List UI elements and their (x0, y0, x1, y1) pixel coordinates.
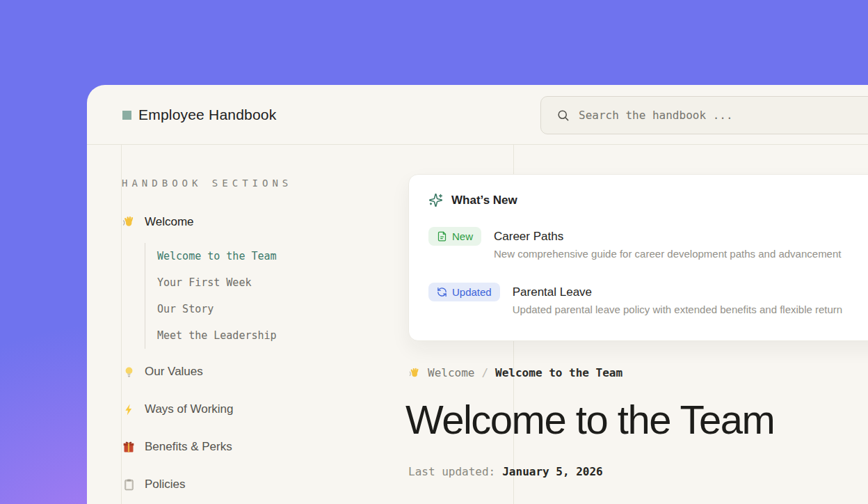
sidebar-item-policies[interactable]: Policies (122, 476, 386, 493)
last-updated-label: Last updated: (408, 465, 495, 478)
sidebar-subitem-welcome-to-the-team[interactable]: Welcome to the Team (157, 243, 386, 269)
updated-badge: Updated (428, 283, 500, 301)
badge-label: New (452, 230, 473, 242)
wave-icon (408, 367, 421, 379)
news-item-title: Parental Leave (513, 283, 842, 301)
sidebar-item-benefits-perks[interactable]: Benefits & Perks (122, 439, 386, 455)
search-icon (556, 109, 570, 122)
sidebar-item-ways-of-working[interactable]: Ways of Working (122, 401, 386, 418)
whats-new-list: New Career Paths New comprehensive guide… (428, 227, 868, 315)
sidebar-nav: Welcome Welcome to the Team Your First W… (122, 214, 386, 493)
sidebar-sublist-welcome: Welcome to the Team Your First Week Our … (145, 243, 386, 349)
breadcrumb: Welcome / Welcome to the Team (408, 366, 622, 379)
news-item-description: New comprehensive guide for career devel… (494, 248, 841, 260)
lightning-icon (122, 402, 136, 416)
sidebar-item-label: Our Values (145, 365, 203, 379)
sidebar-item-welcome[interactable]: Welcome (122, 214, 386, 230)
breadcrumb-section[interactable]: Welcome (428, 366, 474, 379)
news-item-description: Updated parental leave policy with exten… (513, 304, 842, 315)
breadcrumb-page: Welcome to the Team (495, 366, 622, 379)
file-text-icon (437, 231, 447, 242)
sidebar-section-label: HANDBOOK SECTIONS (122, 178, 386, 189)
whats-new-header: What’s New (428, 193, 868, 207)
refresh-icon (437, 287, 447, 297)
news-item-title: Career Paths (494, 227, 841, 246)
sidebar-subitem-your-first-week[interactable]: Your First Week (157, 269, 386, 296)
app-header: Employee Handbook (87, 85, 868, 145)
sidebar-subitem-meet-the-leadership[interactable]: Meet the Leadership (157, 322, 386, 349)
sparkles-icon (428, 193, 443, 207)
sidebar-item-our-values[interactable]: Our Values (122, 363, 386, 380)
news-row-career-paths[interactable]: New Career Paths New comprehensive guide… (428, 227, 868, 260)
news-text: Parental Leave Updated parental leave po… (513, 283, 842, 315)
badge-label: Updated (452, 286, 492, 298)
lightbulb-icon (122, 365, 136, 379)
last-updated-value: January 5, 2026 (502, 465, 603, 478)
news-row-parental-leave[interactable]: Updated Parental Leave Updated parental … (428, 283, 868, 315)
new-badge: New (428, 227, 481, 246)
whats-new-title: What’s New (451, 194, 517, 207)
handbook-window: Employee Handbook HANDBOOK SECTIONS (87, 85, 868, 504)
app-title: Employee Handbook (138, 107, 276, 123)
search-input[interactable] (579, 109, 868, 122)
brand-square-icon (122, 111, 131, 120)
sidebar-subitem-our-story[interactable]: Our Story (157, 296, 386, 322)
last-updated: Last updated: January 5, 2026 (408, 465, 603, 478)
clipboard-icon (122, 478, 136, 491)
sidebar: HANDBOOK SECTIONS Welcome (122, 145, 386, 493)
sidebar-item-label: Ways of Working (145, 402, 234, 416)
sidebar-item-label: Benefits & Perks (145, 440, 232, 454)
whats-new-panel: What’s New New Career Paths New comprehe… (408, 174, 868, 341)
employee-handbook-app: { "header": { "brand": "Employee Handboo… (0, 0, 868, 504)
wave-icon (122, 215, 136, 229)
sidebar-item-label: Welcome (145, 215, 194, 229)
search-box[interactable] (540, 96, 868, 134)
sidebar-item-label: Policies (145, 478, 186, 491)
gift-icon (122, 440, 136, 454)
brand: Employee Handbook (122, 85, 276, 145)
breadcrumb-separator: / (481, 366, 488, 379)
page-title: Welcome to the Team (405, 397, 774, 442)
news-text: Career Paths New comprehensive guide for… (494, 227, 841, 260)
